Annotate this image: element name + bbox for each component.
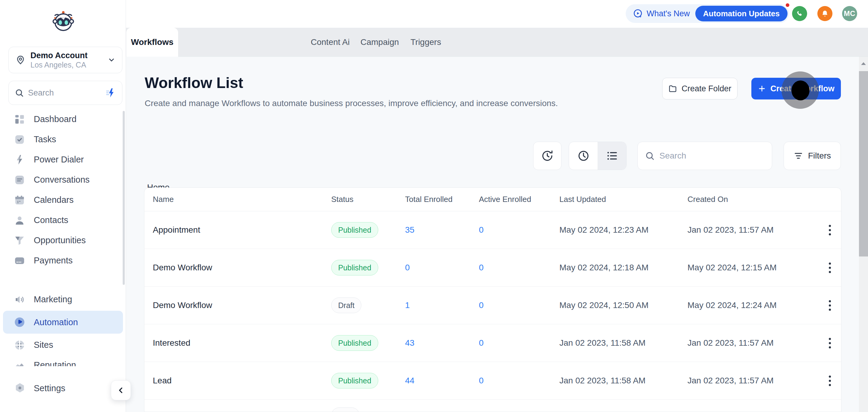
automation-updates-badge[interactable]: Automation Updates [695, 6, 787, 22]
sidebar-item-label: Payments [34, 256, 73, 265]
last-updated-value: May 02 2024, 12:23 AM [551, 225, 679, 235]
column-header-last-updated[interactable]: Last Updated [551, 195, 679, 204]
table-row: Appointment Published 35 0 May 02 2024, … [144, 211, 841, 249]
page-scrollbar[interactable] [859, 57, 868, 412]
list-view-button[interactable] [598, 142, 626, 170]
notifications-button[interactable] [817, 6, 832, 21]
bell-icon [821, 10, 829, 18]
active-enrolled-link[interactable]: 0 [479, 300, 484, 310]
row-menu-button[interactable] [823, 297, 836, 314]
row-menu-button[interactable] [823, 372, 836, 389]
column-header-active-enrolled[interactable]: Active Enrolled [470, 195, 551, 204]
workflow-name-link[interactable]: Demo Workflow [144, 263, 323, 273]
scrollbar-up-button[interactable] [859, 57, 868, 70]
total-enrolled-link[interactable]: 0 [405, 263, 410, 272]
scrollbar-thumb[interactable] [859, 71, 868, 256]
sidebar-item-power-dialer[interactable]: Power Dialer [0, 150, 126, 170]
active-enrolled-link[interactable]: 0 [479, 338, 484, 348]
contacts-icon [14, 215, 25, 226]
last-updated-value: Jan 02 2023, 11:58 AM [551, 376, 679, 385]
tabstrip: Workflows Content Ai Campaign Triggers [126, 28, 868, 57]
table-row: Lead Published 44 0 Jan 02 2023, 11:58 A… [144, 362, 841, 400]
enrollment-history-button[interactable] [533, 141, 561, 170]
sidebar-menu: Dashboard Tasks Power Dialer Conversatio… [0, 109, 126, 366]
active-enrolled-link[interactable]: 0 [479, 376, 484, 385]
sidebar-item-reputation[interactable]: Reputation [0, 355, 126, 366]
create-folder-button[interactable]: Create Folder [662, 78, 738, 99]
folder-icon [668, 84, 677, 93]
sidebar-collapse-button[interactable] [111, 380, 131, 400]
whats-new-button[interactable]: What's New Automation Updates [626, 4, 789, 23]
tab-workflows[interactable]: Workflows [126, 28, 178, 57]
workflow-name-link[interactable]: Demo Workflow [144, 300, 323, 310]
column-header-status[interactable]: Status [323, 195, 397, 204]
quick-actions-bolt-icon[interactable] [105, 87, 116, 98]
search-icon [645, 151, 655, 161]
workflow-name-link[interactable]: Appointment [144, 225, 323, 235]
workflow-name-link[interactable]: Interested [144, 338, 323, 348]
sidebar-item-calendars[interactable]: Calendars [0, 190, 126, 210]
account-name: Demo Account [30, 51, 107, 60]
workflow-search[interactable] [638, 141, 772, 170]
status-badge-partial [331, 408, 360, 412]
sidebar-item-opportunities[interactable]: Opportunities [0, 230, 126, 250]
sidebar-item-settings[interactable]: Settings [14, 382, 65, 394]
sidebar-item-tasks[interactable]: Tasks [0, 129, 126, 150]
row-menu-button[interactable] [823, 335, 836, 351]
tasks-icon [14, 134, 25, 145]
active-enrolled-link[interactable]: 0 [479, 263, 484, 272]
create-workflow-button[interactable]: Create Workflow [751, 78, 841, 99]
filters-label: Filters [808, 151, 831, 161]
table-row: Demo Workflow Draft 1 0 May 02 2024, 12:… [144, 287, 841, 324]
workflow-name-link[interactable]: Lead [144, 376, 323, 385]
sidebar-item-automation[interactable]: Automation [3, 311, 123, 334]
row-menu-button[interactable] [823, 222, 836, 239]
history-clock-icon [541, 150, 554, 162]
menu-section-gap [0, 271, 126, 289]
recent-view-button[interactable] [569, 142, 598, 170]
total-enrolled-link[interactable]: 1 [405, 300, 410, 310]
whats-new-play-icon [633, 8, 643, 19]
sidebar-search[interactable] [8, 81, 122, 105]
tab-content-ai[interactable]: Content Ai [311, 28, 350, 57]
marketing-icon [14, 294, 25, 305]
tab-campaign[interactable]: Campaign [361, 28, 399, 57]
sidebar-search-input[interactable] [28, 88, 105, 98]
column-header-total-enrolled[interactable]: Total Enrolled [397, 195, 470, 204]
sidebar-item-sites[interactable]: Sites [0, 335, 126, 355]
sidebar: Demo Account Los Angeles, CA Dashboard T… [0, 0, 126, 412]
account-switcher[interactable]: Demo Account Los Angeles, CA [8, 47, 122, 73]
column-header-created-on[interactable]: Created On [679, 195, 815, 204]
filters-button[interactable]: Filters [784, 141, 841, 170]
workflow-table-card: Name Status Total Enrolled Active Enroll… [144, 187, 841, 412]
page-subtitle: Create and manage Workflows to automate … [145, 96, 572, 110]
sidebar-item-conversations[interactable]: Conversations [0, 170, 126, 190]
table-row: Demo Workflow Published 0 0 May 02 2024,… [144, 249, 841, 287]
total-enrolled-link[interactable]: 43 [405, 338, 414, 348]
total-enrolled-link[interactable]: 44 [405, 376, 414, 385]
sidebar-item-payments[interactable]: Payments [0, 250, 126, 271]
status-badge: Published [331, 335, 378, 351]
created-on-value: Jan 02 2023, 11:57 AM [679, 225, 815, 235]
page-title: Workflow List [145, 74, 243, 92]
user-avatar[interactable]: MC [842, 6, 857, 21]
total-enrolled-link[interactable]: 35 [405, 225, 414, 234]
sidebar-scrollbar-thumb[interactable] [123, 111, 125, 285]
last-updated-value: Jan 02 2023, 11:58 AM [551, 338, 679, 348]
row-menu-button[interactable] [823, 259, 836, 276]
phone-button[interactable] [792, 6, 807, 21]
list-icon [606, 150, 618, 162]
tab-triggers[interactable]: Triggers [410, 28, 441, 57]
sidebar-item-label: Contacts [34, 215, 68, 225]
active-enrolled-link[interactable]: 0 [479, 225, 484, 234]
sidebar-item-dashboard[interactable]: Dashboard [0, 109, 126, 129]
sidebar-item-marketing[interactable]: Marketing [0, 289, 126, 310]
table-row: Interested Published 43 0 Jan 02 2023, 1… [144, 324, 841, 362]
sidebar-item-contacts[interactable]: Contacts [0, 210, 126, 230]
payments-icon [14, 255, 25, 266]
sites-icon [14, 339, 25, 351]
workflow-search-input[interactable] [659, 151, 765, 161]
column-header-name[interactable]: Name [144, 195, 323, 204]
create-workflow-label: Create Workflow [770, 84, 835, 93]
chevron-left-icon [117, 386, 125, 394]
